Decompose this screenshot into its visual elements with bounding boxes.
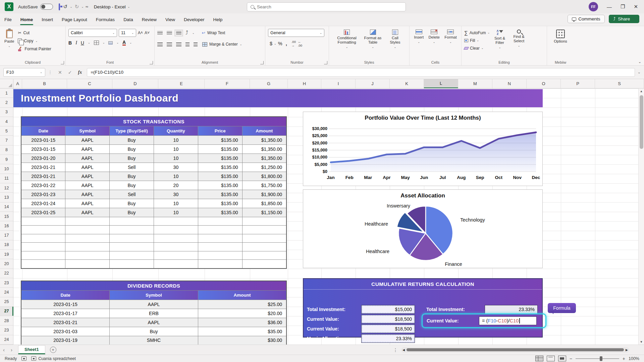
excel-logo-icon[interactable]: X [5,2,13,11]
table-cell[interactable]: 2023-01-15 [21,135,65,144]
format-painter-button[interactable]: Format Painter [18,45,51,53]
table-column-header[interactable]: Date [21,126,65,135]
table-cell[interactable]: AAPL [65,154,110,163]
align-bottom-icon[interactable] [176,31,181,35]
cut-button[interactable]: ✂Cut [18,29,51,37]
table-cell[interactable]: AAPL [65,135,110,144]
column-header-I[interactable]: I [321,79,356,88]
wrap-text-button[interactable]: ↩Wrap Text [202,29,225,37]
table-cell[interactable]: $1,900.00 [242,190,286,199]
decrease-decimal-icon[interactable]: ←.00 [298,40,302,47]
returns-value-cell[interactable]: $18,500 [361,315,415,323]
table-cell[interactable]: AAPL [65,163,110,172]
underline-button[interactable]: U [81,40,84,46]
table-cell[interactable]: SMHC [110,336,198,345]
column-header-K[interactable]: K [390,79,424,88]
formula-input[interactable]: =(F10-C10)/C10 [87,68,635,77]
column-header-S-16[interactable]: S [595,79,644,88]
align-left-icon[interactable] [157,43,163,46]
table-cell-empty[interactable] [242,226,286,234]
autosave-control[interactable]: AutoSave [18,4,53,10]
row-header-15-13[interactable]: 15 [0,212,13,221]
minimize-button[interactable]: — [607,4,612,10]
table-cell-empty[interactable] [154,226,198,234]
row-header-17-15[interactable]: 17 [0,231,13,240]
align-middle-icon[interactable] [167,31,172,35]
returns-value-cell[interactable]: 23.33% [361,334,415,343]
table-cell[interactable]: AAPL [65,144,110,154]
bold-button[interactable]: B [68,40,72,46]
table-cell-empty[interactable] [21,243,65,251]
row-header-11-9[interactable]: 11 [0,174,13,183]
table-cell-empty[interactable] [242,217,286,226]
table-cell[interactable]: $1,750.00 [242,181,286,190]
shrink-font-button[interactable]: A˅ [145,29,150,37]
table-cell-empty[interactable] [110,217,154,226]
table-cell[interactable]: 10 [154,154,198,163]
column-header-B[interactable]: B [22,79,67,88]
table-cell-empty[interactable] [65,251,110,260]
horizontal-scroll-thumb[interactable] [407,348,624,351]
undo-icon[interactable]: ↺ [62,4,69,10]
row-header-7-5[interactable]: 7 [0,136,13,145]
copy-button[interactable]: Copy⌄ [18,37,51,45]
table-column-header[interactable]: Date [21,290,110,300]
table-cell[interactable]: 10 [154,135,198,144]
returns-value-cell[interactable]: $18,500 [361,324,415,333]
table-cell[interactable]: AAPL [65,199,110,208]
fill-button[interactable]: Fill⌄ [464,37,490,44]
table-cell[interactable]: 10 [154,144,198,154]
restore-button[interactable]: ❐ [621,4,625,10]
menu-tab-review[interactable]: Review [138,14,161,25]
table-column-header[interactable]: Symbol [110,290,198,300]
menu-tab-home[interactable]: Home [16,14,38,25]
row-header-8-6[interactable]: 8 [0,145,13,155]
row-header-22-19[interactable]: 22 [0,269,13,278]
zoom-slider-thumb[interactable] [600,356,602,361]
table-cell[interactable]: 30 [154,190,198,199]
scroll-right-icon[interactable]: ▶ [626,348,628,352]
page-break-view-icon[interactable] [558,356,566,361]
number-format-select[interactable]: General⌄ [268,29,324,37]
active-cell-highlight[interactable]: Current Value: = (F10-C10)/C10 [422,313,546,328]
table-cell-empty[interactable] [65,226,110,234]
expand-formula-bar-icon[interactable]: ⌄ [638,70,641,74]
borders-icon[interactable] [94,41,99,45]
accessibility-status[interactable]: Cuania spreadzheet [31,356,76,361]
undo-dropdown-icon[interactable]: ⌄ [70,5,72,8]
table-cell[interactable]: 2023-01-25 [21,208,65,217]
menu-tab-file[interactable]: File [0,14,16,25]
align-center-icon[interactable] [167,43,172,46]
column-header-J[interactable]: J [356,79,390,88]
close-button[interactable]: ✕ [634,4,638,10]
table-cell[interactable]: ERB [110,309,198,318]
line-chart-panel[interactable]: Portfolio Value Over Time (Last 12 Month… [303,112,543,186]
vertical-scroll-thumb[interactable] [640,95,643,149]
row-header-2-1[interactable]: 2 [0,98,13,107]
align-right-icon[interactable] [176,43,181,46]
search-input[interactable] [257,4,391,9]
table-cell[interactable]: Buy [110,181,154,190]
row-header-4-3[interactable]: 4 [0,117,13,126]
row-header-27-23[interactable]: 27 [0,307,13,316]
scroll-up-icon[interactable]: ▲ [640,88,643,94]
insert-cells-button[interactable]: Insert⌄ [412,29,425,44]
table-cell[interactable]: $36.00 [198,318,286,327]
customize-qat-icon[interactable]: ≂ [85,4,89,9]
table-cell[interactable]: $135.00 [198,163,242,172]
table-cell-empty[interactable] [242,251,286,260]
table-cell-empty[interactable] [21,226,65,234]
percent-style-icon[interactable]: % [276,41,284,46]
table-cell-empty[interactable] [110,234,154,243]
table-cell[interactable]: 2023-01-20 [21,154,65,163]
table-cell[interactable]: Sell [110,190,154,199]
paste-button[interactable]: Paste⌄ [3,29,16,53]
table-column-header[interactable]: Type (Buy/Sell) [110,126,154,135]
table-cell[interactable]: $1,250.00 [242,163,286,172]
table-cell-empty[interactable] [198,226,242,234]
table-cell[interactable]: $135.00 [198,190,242,199]
table-cell-empty[interactable] [198,234,242,243]
row-header-16-14[interactable]: 16 [0,221,13,231]
row-header-14-12[interactable]: 14 [0,202,13,212]
table-cell[interactable]: 2023-01-21 [21,318,110,327]
